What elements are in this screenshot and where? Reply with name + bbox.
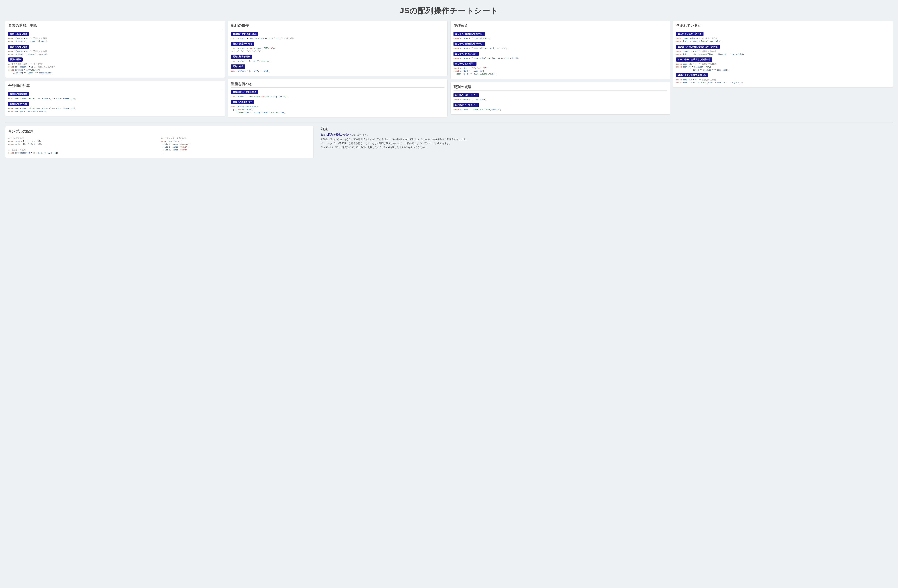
code-label: 並び替え（文字列） (454, 61, 477, 66)
code-block: // サンプル配列 const arrA = [1, 2, 3, 4, 5]; … (8, 137, 158, 154)
code-block: const arrNext = [...dataList]; (454, 98, 667, 101)
code-block: const arrNext = structuredClone(dataList… (454, 108, 667, 111)
code-block: const element = 0; // 追加したい要素 const arrN… (8, 37, 222, 43)
card-duplicates: 重複を調べる重複を除いた配列を得るconst arrNext = Array.f… (228, 79, 447, 117)
code-label: すべて条件に合致するかを調べる (676, 57, 712, 61)
code-label: 配列のシャローコピー (454, 93, 479, 97)
card-sort: 並び替え並び替え（数値配列の昇順）const arrNext = [...arr… (451, 21, 670, 79)
divider (5, 122, 893, 123)
code-block: const targetId = 0; // 条件とするID値 const it… (676, 78, 890, 84)
card-manipulate: 配列の操作数値配列で中の値を加工const arrNext = arrA.map… (228, 21, 447, 76)
code-block: const arrNext = [...arrA, ...arrB]; (231, 70, 445, 72)
section-heading: 合計値の計算 (8, 83, 222, 89)
code-block: const targetValue = 0; // 条件とする値 const i… (676, 37, 890, 43)
code-label: 重複を除いた配列を得る (231, 90, 258, 94)
code-label: 数値配列の合計値 (8, 92, 29, 96)
code-label: 配列の結合 (231, 64, 245, 69)
code-label: 数値配列で中の値を加工 (231, 32, 258, 36)
code-block: const duplicatedValues = [...new Set(arr… (231, 105, 445, 114)
code-block: const arrNext = [...dataList].sort((a, b… (454, 57, 667, 60)
section-heading: 要素の追加、削除 (8, 23, 222, 29)
section-heading: サンプルの配列 (8, 129, 311, 135)
code-label: 数値配列の平均値 (8, 102, 29, 106)
code-block: const arrStr = ["A", "C", "B"]; const ar… (454, 67, 667, 75)
premise-lead: もとの配列を変化させないように扱います。 (321, 133, 893, 136)
code-block: const arrNext = new Array(5).fill("A"); … (231, 47, 445, 53)
code-label: 要素の削除 (8, 57, 23, 61)
section-heading: 並び替え (454, 23, 667, 29)
section-heading: 前提 (321, 126, 893, 131)
premise-section: 前提 もとの配列を変化させないように扱います。 配列操作は push() や p… (321, 126, 893, 150)
code-block: const arrNext = [...arrA].sort(); (454, 37, 667, 40)
code-block: // 要素の削除（削除したい番号を指定） const indexDelete =… (8, 63, 222, 74)
code-label: 並び替え（数値配列の降順） (454, 41, 485, 46)
code-block: const sum = arrA.reduce((sum, element) =… (8, 107, 222, 113)
page-title: JSの配列操作チートシート (5, 5, 893, 16)
code-label: 要素を先頭に追加 (8, 45, 29, 49)
card-add-remove: 要素の追加、削除要素を末端に追加const element = 0; // 追加… (5, 21, 225, 78)
code-label: 条件に合致する要素を調べる (676, 73, 708, 77)
premise-lead-bold: もとの配列を変化させない (321, 133, 351, 136)
section-heading: 重複を調べる (231, 81, 445, 88)
card-sample-array: サンプルの配列 // サンプル配列 const arrA = [1, 2, 3,… (5, 126, 314, 158)
code-label: 新しい要素でうめる (231, 41, 254, 46)
code-label: 重複する要素を検出 (231, 100, 254, 104)
code-label: 並び替え（数値配列の昇順） (454, 32, 485, 36)
code-block: const element = 0; // 追加したい要素 const arrN… (8, 50, 222, 56)
code-block: const targetId = 0; // 条件とするID値 const is… (676, 63, 890, 71)
premise-lead-tail: ように扱います。 (351, 133, 369, 136)
code-label: 要素を末端に追加 (8, 32, 29, 36)
code-block: const arrNext = [...arrA].reverse(); (231, 60, 445, 63)
code-label: 配列のディープコピー (454, 103, 479, 107)
code-block: const arrNext = [...arrA].sort((a, b) =>… (454, 47, 667, 50)
card-grid: 要素の追加、削除要素を末端に追加const element = 0; // 追加… (5, 21, 893, 117)
card-copy: 配列の複製配列のシャローコピーconst arrNext = [...dataL… (451, 82, 670, 115)
section-heading: 配列の操作 (231, 23, 445, 29)
code-block: // オブジェクトを含む配列 const dataList = [ {id: 1… (161, 137, 311, 154)
code-block: const targetId = 0; // 条件とするID値 const is… (676, 50, 890, 56)
card-contains: 含まれているか含まれているかを調べるconst targetValue = 0;… (674, 21, 893, 88)
code-label: 配列の順番を逆転 (231, 55, 252, 59)
card-sum: 合計値の計算数値配列の合計値const sum = arrA.reduce((s… (5, 81, 225, 116)
premise-body: 配列操作は push() や pop() などでも実現できますが、それらはもとの… (321, 137, 893, 150)
section-heading: 含まれているか (676, 23, 890, 29)
code-block: const arrNext = arrA.map(item => item * … (231, 37, 445, 40)
code-block: const sum = arrA.reduce((sum, element) =… (8, 97, 222, 100)
section-heading: 配列の複製 (454, 84, 667, 91)
code-label: 並び替え（IDの昇順） (454, 52, 479, 56)
code-label: 要素が1つでも条件に合致するかを調べる (676, 45, 720, 49)
code-label: 含まれているかを調べる (676, 32, 703, 36)
code-block: const arrNext = Array.from(new Set(arrDu… (231, 95, 445, 98)
